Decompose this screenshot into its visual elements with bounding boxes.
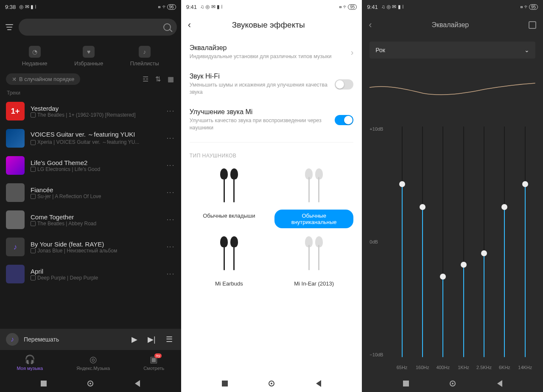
setting-mi-enhance[interactable]: Улучшение звука MiУлучшить качество звук… (181, 102, 362, 138)
freq-label: 160Hz (412, 365, 433, 370)
filter-icon[interactable] (4, 22, 14, 32)
page-title: Эквалайзер (372, 21, 529, 29)
album-art (6, 156, 25, 175)
system-nav (0, 375, 181, 392)
album-art: 1+ (6, 102, 25, 120)
status-bar: 9:38 ◎ ✉ ▮ ⁞ ⌧ ᯤ 96 (0, 0, 181, 14)
more-icon[interactable]: ⋮ (166, 270, 175, 278)
disc-icon: ◎ (90, 354, 97, 364)
nav-my-music[interactable]: 🎧Моя музыка (17, 354, 43, 371)
recent-apps-button[interactable] (222, 381, 228, 386)
system-nav (362, 375, 543, 392)
headphone-option[interactable]: Обычные вкладыши (190, 165, 269, 228)
track-row[interactable]: ♪By Your Side (feat. RAYE)Jonas Blue | Н… (0, 233, 181, 260)
track-row[interactable]: FiancéeSu-jer | A Reflection Of Love⋮ (0, 179, 181, 206)
more-icon[interactable]: ⋮ (166, 107, 175, 115)
more-icon[interactable]: ⋮ (166, 134, 175, 142)
queue-icon[interactable]: ☰ (163, 335, 175, 344)
section-tracks: Треки (0, 88, 181, 98)
section-headphone-type: ТИП НАУШНИКОВ (181, 145, 362, 162)
back-button[interactable] (134, 380, 140, 387)
battery-level: 96 (167, 4, 176, 10)
recent-apps-button[interactable] (403, 381, 409, 386)
more-icon[interactable]: ⋮ (166, 216, 175, 224)
album-art (6, 265, 25, 283)
chevron-down-icon: ⌄ (524, 47, 529, 53)
eq-slider[interactable] (463, 126, 464, 357)
chevron-right-icon: › (351, 48, 354, 57)
nav-yandex[interactable]: ◎Яндекс.Музыка (76, 354, 110, 371)
toggle-hifi[interactable] (335, 79, 353, 90)
category-favorites[interactable]: ♥Избранные (74, 46, 103, 67)
play-icon[interactable]: ▶ (129, 335, 140, 344)
album-art (6, 210, 25, 229)
clock-icon: ◔ (29, 46, 41, 58)
battery-level: 95 (348, 4, 357, 10)
grid-icon[interactable]: ▦ (167, 75, 175, 84)
eq-slider[interactable] (422, 126, 423, 357)
now-playing-art: ♪ (6, 333, 19, 346)
home-button[interactable] (87, 381, 93, 386)
toggle-mi-enhance[interactable] (335, 115, 353, 125)
eq-slider[interactable] (525, 126, 526, 357)
note-icon: ♪ (139, 46, 151, 58)
eq-slider[interactable] (504, 126, 505, 357)
next-icon[interactable]: ▶| (145, 335, 158, 344)
back-icon[interactable]: ‹ (369, 20, 372, 31)
setting-hifi[interactable]: Звук Hi-FiУменьшить шумы и искажения для… (181, 67, 362, 102)
nav-watch[interactable]: try▣Смотреть (143, 354, 164, 371)
search-icon (163, 23, 171, 31)
album-art (6, 129, 25, 148)
category-recent[interactable]: ◔Недавние (22, 46, 48, 67)
more-icon[interactable]: ⋮ (166, 162, 175, 169)
clock: 9:41 (186, 4, 197, 10)
freq-label: 1KHz (453, 365, 473, 370)
freq-label: 65Hz (392, 365, 412, 370)
page-title: Звуковые эффекты (191, 20, 355, 30)
clock: 9:41 (367, 4, 378, 10)
heart-icon: ♥ (83, 46, 95, 58)
category-playlists[interactable]: ♪Плейлисты (130, 46, 159, 67)
eq-curve (369, 67, 535, 114)
recent-apps-button[interactable] (41, 381, 47, 386)
setting-equalizer[interactable]: ЭквалайзерИндивидуальные установки для р… (181, 38, 362, 67)
search-input[interactable] (19, 19, 177, 36)
headphone-option[interactable]: Mi In-Ear (2013) (274, 232, 353, 290)
freq-label: 6KHz (494, 365, 515, 370)
more-icon[interactable]: ⋮ (166, 189, 175, 196)
track-row[interactable]: 1+YesterdayThe Beatles | 1+ (1962-1970) … (0, 98, 181, 125)
back-button[interactable] (496, 380, 502, 387)
expand-icon[interactable] (529, 21, 536, 29)
sort-icon[interactable]: ⇅ (154, 75, 162, 84)
system-nav (181, 375, 362, 392)
album-art (6, 183, 25, 202)
back-icon[interactable]: ‹ (188, 20, 191, 31)
eq-slider[interactable] (402, 126, 403, 357)
eq-slider[interactable] (484, 126, 484, 357)
eq-slider[interactable] (442, 126, 443, 357)
equalizer-sliders: +10dB 0dB −10dB 65Hz160Hz400Hz1KHz2.5KHz… (369, 126, 535, 370)
shuffle-icon: ⤨ (12, 76, 17, 82)
freq-label: 2.5KHz (474, 365, 494, 370)
headphone-option[interactable]: Mi Earbuds (190, 232, 269, 290)
home-button[interactable] (269, 381, 274, 386)
preset-dropdown[interactable]: Рок ⌄ (369, 42, 535, 59)
freq-label: 400Hz (433, 365, 453, 370)
status-bar: 9:41 ♫ ◎ ✉ ▮ ⁞ ⌧ ᯤ 95 (181, 0, 362, 14)
album-art: ♪ (6, 238, 25, 256)
freq-label: 14KHz (515, 365, 535, 370)
shuffle-chip[interactable]: ⤨В случайном порядке (6, 73, 80, 85)
more-icon[interactable]: ⋮ (166, 243, 175, 251)
track-row[interactable]: VOICES Guitar ver. ～featuring YUKIXperia… (0, 125, 181, 152)
headphone-option[interactable]: Обычные внутриканальные (274, 165, 353, 228)
now-playing-bar[interactable]: ♪ Перемешать ▶ ▶| ☰ (0, 329, 181, 350)
back-button[interactable] (315, 380, 321, 387)
home-button[interactable] (450, 381, 456, 386)
list-icon[interactable]: ☲ (141, 75, 150, 84)
clock: 9:38 (5, 4, 16, 10)
track-row[interactable]: Life's Good Theme2LG Electronics | Life'… (0, 152, 181, 179)
track-row[interactable]: Come TogetherThe Beatles | Abbey Road⋮ (0, 206, 181, 233)
battery-level: 95 (529, 4, 538, 10)
track-row[interactable]: AprilDeep Purple | Deep Purple⋮ (0, 260, 181, 288)
status-bar: 9:41 ♫ ◎ ✉ ▮ ⁞ ⌧ ᯤ 95 (362, 0, 543, 14)
